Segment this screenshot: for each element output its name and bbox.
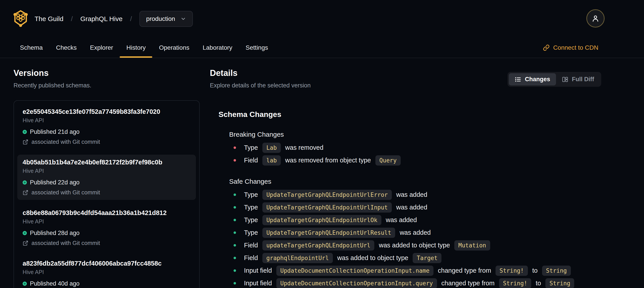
change-text: was added (400, 229, 430, 236)
view-toggle-label: Full Diff (572, 76, 594, 83)
bullet-icon (234, 282, 236, 284)
code-chip: UpdateTargetGraphQLEndpointUrlInput (262, 202, 392, 213)
git-commit-link[interactable]: associated with Git commit (22, 189, 190, 196)
view-toggle: ChangesFull Diff (508, 72, 601, 87)
tab-label: Schema (20, 44, 43, 51)
versions-list: e2e55045345ce13fe07f52a77459b83fa3fe7020… (14, 100, 200, 288)
tab-operations[interactable]: Operations (152, 38, 196, 58)
version-item[interactable]: e2e55045345ce13fe07f52a77459b83fa3fe7020… (17, 104, 196, 149)
list-icon (514, 76, 521, 83)
commit-hash: e2e55045345ce13fe07f52a77459b83fa3fe7020 (22, 108, 190, 115)
tab-label: Settings (246, 44, 268, 51)
code-chip: graphqlEndpointUrl (262, 253, 333, 263)
git-commit-link[interactable]: associated with Git commit (22, 138, 190, 145)
change-text: Input field (244, 267, 272, 274)
version-item[interactable]: 4b05ab51b1b4a7e2e4b0ef82172f2b9f7ef98c0b… (17, 155, 196, 200)
tab-settings[interactable]: Settings (239, 38, 274, 58)
schema-changes-title: Schema Changes (218, 110, 576, 119)
code-chip: Mutation (454, 240, 490, 250)
details-subtitle: Explore details of the selected version (210, 82, 311, 89)
breadcrumb-project[interactable]: GraphQL Hive (80, 15, 122, 23)
schema-changes-groups: Breaking ChangesTypeLabwas removedFieldl… (218, 131, 576, 288)
published-dot-icon (22, 180, 27, 185)
change-text: was removed (285, 144, 323, 151)
versions-subtitle: Recently published schemas. (14, 82, 91, 89)
bullet-icon (234, 269, 236, 272)
bullet-icon (234, 231, 236, 234)
target-selector[interactable]: production (140, 11, 193, 27)
bullet-icon (234, 257, 236, 259)
code-chip: UpdateTargetGraphQLEndpointUrlOk (262, 215, 382, 225)
change-text: was removed from object type (285, 157, 371, 164)
breadcrumb: The Guild / GraphQL Hive / production (34, 11, 193, 27)
change-row: TypeUpdateTargetGraphQLEndpointUrlOkwas … (229, 214, 576, 226)
version-item[interactable]: a823f6db2a55df877dcf406006abca97fcc4858c… (17, 256, 196, 288)
breadcrumb-separator: / (71, 15, 73, 23)
external-link-icon (22, 240, 28, 246)
change-text: Type (244, 191, 258, 198)
published-dot-icon (22, 281, 27, 286)
change-text: Type (244, 216, 258, 224)
git-commit-text: associated with Git commit (32, 138, 100, 145)
version-item[interactable]: c8b6e88a06793b9c4dfd54aaa21b36a1b421d812… (17, 205, 196, 250)
nav-tabs: SchemaChecksExplorerHistoryOperationsLab… (13, 38, 275, 58)
tab-label: Laboratory (202, 44, 232, 51)
change-text: changed type from (442, 279, 495, 287)
change-row: TypeUpdateTargetGraphQLEndpointUrlResult… (229, 226, 576, 239)
view-toggle-label: Changes (525, 76, 550, 83)
user-menu-button[interactable] (586, 9, 604, 28)
code-chip: UpdateDocumentCollectionOperationInput.q… (276, 278, 437, 288)
tab-schema[interactable]: Schema (13, 38, 50, 58)
tab-history[interactable]: History (120, 38, 152, 58)
code-chip: Target (413, 253, 442, 263)
bullet-icon (234, 146, 236, 149)
connect-to-cdn-link[interactable]: Connect to CDN (543, 38, 598, 58)
link-icon (543, 44, 550, 51)
hive-logo-icon[interactable] (13, 10, 28, 28)
code-chip: String (542, 265, 571, 276)
change-text: was added (396, 191, 427, 198)
service-name: Hive API (22, 168, 190, 174)
change-text: Type (244, 144, 258, 151)
view-toggle-full-diff[interactable]: Full Diff (556, 73, 600, 85)
change-row: FieldgraphqlEndpointUrlwas added to obje… (229, 252, 576, 264)
code-chip: updateTargetGraphQLEndpointUrl (262, 240, 374, 250)
change-text: was added (396, 204, 427, 211)
commit-hash: 4b05ab51b1b4a7e2e4b0ef82172f2b9f7ef98c0b (22, 159, 190, 166)
code-chip: Query (376, 155, 401, 166)
tab-laboratory[interactable]: Laboratory (196, 38, 239, 58)
change-text: Input field (244, 279, 272, 287)
change-text: Type (244, 204, 258, 211)
main-nav: SchemaChecksExplorerHistoryOperationsLab… (0, 38, 644, 58)
connect-to-cdn-label: Connect to CDN (553, 44, 598, 51)
code-chip: UpdateTargetGraphQLEndpointUrlError (262, 190, 392, 200)
bullet-icon (234, 206, 236, 209)
change-row: Fieldlabwas removed from object typeQuer… (229, 154, 576, 167)
change-text: to (536, 279, 541, 287)
bullet-icon (234, 244, 236, 246)
change-text: was added to object type (379, 242, 450, 249)
change-row: TypeLabwas removed (229, 141, 576, 154)
user-icon (591, 14, 600, 23)
schema-changes: Schema Changes Breaking ChangesTypeLabwa… (218, 110, 576, 288)
change-text: to (532, 267, 538, 274)
chevron-down-icon (180, 16, 186, 22)
tab-checks[interactable]: Checks (50, 38, 83, 58)
code-chip: UpdateDocumentCollectionOperationInput.n… (276, 265, 434, 276)
change-row: FieldupdateTargetGraphQLEndpointUrlwas a… (229, 239, 576, 252)
commit-hash: c8b6e88a06793b9c4dfd54aaa21b36a1b421d812 (22, 209, 190, 216)
breadcrumb-separator: / (130, 15, 132, 23)
git-commit-link[interactable]: associated with Git commit (22, 240, 190, 246)
breadcrumb-org[interactable]: The Guild (34, 15, 64, 23)
change-row: Input fieldUpdateDocumentCollectionOpera… (229, 277, 576, 288)
service-name: Hive API (22, 117, 190, 124)
published-text: Published 28d ago (30, 230, 80, 236)
commit-hash: a823f6db2a55df877dcf406006abca97fcc4858c (22, 260, 190, 267)
view-toggle-changes[interactable]: Changes (509, 73, 556, 85)
external-link-icon (22, 139, 28, 145)
published-dot-icon (22, 130, 27, 134)
change-text: Field (244, 254, 258, 261)
tab-label: Operations (159, 44, 189, 51)
tab-explorer[interactable]: Explorer (83, 38, 120, 58)
code-chip: String! (496, 265, 528, 276)
